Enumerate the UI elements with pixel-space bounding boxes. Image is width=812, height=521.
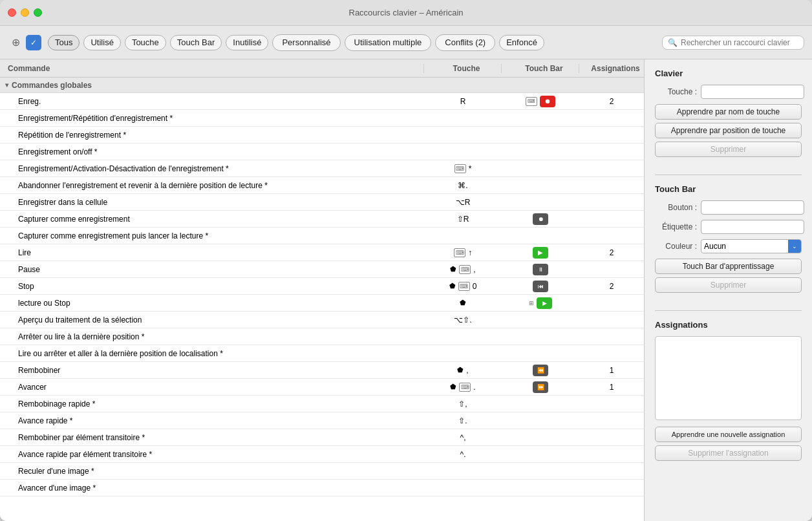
- keyboard-icon: ⌨: [459, 265, 471, 274]
- filter-conflits[interactable]: Conflits (2): [435, 34, 495, 51]
- table-row[interactable]: Rembobinage rapide * ⇧,: [0, 396, 644, 412]
- tb-rec-dot-icon: ⏺: [533, 213, 548, 225]
- table-row[interactable]: Stop ⬟ ⌨ 0 ⏮ 2: [0, 278, 644, 295]
- clavier-title: Clavier: [655, 69, 802, 78]
- tb-pause-icon: ⏸: [533, 264, 548, 275]
- row-touchbar: ⌨ ⏺: [502, 96, 579, 107]
- table-row[interactable]: Capturer comme enregistrement puis lance…: [0, 228, 644, 244]
- search-input[interactable]: [681, 38, 798, 47]
- table-row[interactable]: Pause ⬟ ⌨ , ⏸: [0, 261, 644, 278]
- filter-toggle-icon[interactable]: ✓: [26, 35, 41, 50]
- btn-supprimer-clavier[interactable]: Supprimer: [655, 142, 802, 157]
- group-header-globales[interactable]: ▾ Commandes globales: [0, 78, 644, 93]
- table-row[interactable]: Lire ou arrêter et aller à la dernière p…: [0, 345, 644, 362]
- filter-personnalise[interactable]: Personnalisé: [272, 34, 340, 51]
- clavier-section: Clavier Touche : Apprendre par nom de to…: [655, 69, 802, 160]
- btn-apprendre-position-row: Apprendre par position de touche: [655, 123, 802, 138]
- main-table-area: Commande Touche Touch Bar Assignations ▾…: [0, 59, 644, 521]
- table-row[interactable]: Répétition de l'enregistrement *: [0, 127, 644, 144]
- row-touche: ⌨ *: [424, 164, 502, 173]
- filter-utilisation-multiple[interactable]: Utilisation multiple: [345, 34, 432, 51]
- couleur-select[interactable]: Aucun ⌄: [701, 239, 802, 253]
- row-commande: Enregistrement on/off *: [0, 147, 424, 156]
- table-row[interactable]: Enreg. R ⌨ ⏺ 2: [0, 93, 644, 110]
- row-commande: Enregistrement/Activation-Désactivation …: [0, 164, 424, 173]
- row-commande: Stop: [0, 282, 424, 291]
- keyboard-icon: ⌨: [458, 282, 470, 291]
- group-header-label: Commandes globales: [12, 81, 92, 90]
- btn-apprendre-assignation[interactable]: Apprendre une nouvelle assignation: [655, 427, 802, 442]
- table-row[interactable]: Avance rapide * ⇧.: [0, 412, 644, 429]
- row-commande: Rembobinage rapide *: [0, 399, 424, 409]
- search-area[interactable]: 🔍: [662, 36, 804, 50]
- assignations-title: Assignations: [655, 320, 802, 330]
- maximize-button[interactable]: [34, 8, 42, 17]
- touche-label: Touche :: [655, 87, 697, 96]
- divider-1: [655, 175, 802, 175]
- table-row[interactable]: Rembobiner par élément transitoire * ^,: [0, 429, 644, 446]
- tb-play-icon: ▶: [533, 247, 548, 259]
- table-row[interactable]: Avancer ⬟ ⌨ . ⏩ 1: [0, 379, 644, 396]
- tb-fwd-icon: ⏩: [533, 381, 548, 393]
- table-row[interactable]: Enregistrement/Activation-Désactivation …: [0, 160, 644, 177]
- btn-supprimer-assignation-row: Supprimer l'assignation: [655, 445, 802, 461]
- btn-apprendre-nom[interactable]: Apprendre par nom de touche: [655, 104, 802, 120]
- row-commande: Aperçu du traitement de la sélection: [0, 315, 424, 324]
- btn-apprendre-position[interactable]: Apprendre par position de touche: [655, 123, 802, 138]
- table-row[interactable]: Avancer d'une image *: [0, 480, 644, 496]
- table-row[interactable]: Aperçu du traitement de la sélection ⌥⇧.: [0, 312, 644, 328]
- toolbar: ⊕ ✓ Tous Utilisé Touche Touch Bar Inutil…: [0, 26, 812, 59]
- btn-supprimer-clavier-row: Supprimer: [655, 142, 802, 157]
- right-panel: Clavier Touche : Apprendre par nom de to…: [644, 59, 812, 521]
- table-row[interactable]: Enregistrer dans la cellule ⌥R: [0, 194, 644, 211]
- table-row[interactable]: Avance rapide par élément transitoire * …: [0, 446, 644, 463]
- row-commande: Abandonner l'enregistrement et revenir à…: [0, 181, 424, 190]
- table-body: ▾ Commandes globales Enreg. R ⌨ ⏺ 2: [0, 78, 644, 521]
- th-touche: Touche: [424, 64, 502, 73]
- filter-inutilise[interactable]: Inutilisé: [226, 35, 268, 50]
- table-row[interactable]: Lire ⌨ ↑ ▶ 2: [0, 244, 644, 261]
- bouton-input[interactable]: [701, 200, 804, 215]
- chevron-down-icon: ▾: [5, 81, 8, 89]
- table-header: Commande Touche Touch Bar Assignations: [0, 59, 644, 78]
- row-commande: Arrêter ou lire à la dernière position *: [0, 332, 424, 341]
- row-commande: Enreg.: [0, 97, 424, 106]
- row-touchbar: ⏺: [502, 213, 579, 225]
- add-icon[interactable]: ⊕: [8, 35, 23, 50]
- btn-supprimer-assignation[interactable]: Supprimer l'assignation: [655, 445, 802, 461]
- btn-supprimer-touchbar-row: Supprimer: [655, 277, 802, 293]
- filter-tous[interactable]: Tous: [48, 35, 80, 50]
- row-touche: ^,: [424, 433, 502, 442]
- row-touche: ⌥⇧.: [424, 315, 502, 324]
- table-row[interactable]: Enregistrement on/off *: [0, 144, 644, 160]
- etiquette-input[interactable]: [701, 220, 804, 234]
- couleur-select-arrow[interactable]: ⌄: [788, 239, 801, 253]
- row-touche: ⬟: [424, 299, 502, 307]
- touche-input[interactable]: [701, 85, 804, 99]
- filter-touchbar[interactable]: Touch Bar: [170, 35, 222, 50]
- filter-utilise[interactable]: Utilisé: [83, 35, 120, 50]
- row-commande: Pause: [0, 265, 424, 274]
- filter-touche[interactable]: Touche: [125, 35, 166, 50]
- minimize-button[interactable]: [21, 8, 29, 17]
- table-row[interactable]: Reculer d'une image *: [0, 463, 644, 480]
- row-touche: ⬟ ⌨ 0: [424, 282, 502, 291]
- btn-touchbar-apprentissage[interactable]: Touch Bar d'apprentissage: [655, 259, 802, 274]
- table-row[interactable]: Rembobiner ⬟ , ⏪ 1: [0, 362, 644, 379]
- row-touche: ⌨ ↑: [424, 248, 502, 257]
- close-button[interactable]: [8, 8, 16, 17]
- filter-enfonce[interactable]: Enfoncé: [499, 35, 544, 50]
- table-row[interactable]: lecture ou Stop ⬟ ⊞ ▶: [0, 295, 644, 312]
- table-row[interactable]: Capturer comme enregistrement ⇧R ⏺: [0, 211, 644, 228]
- table-row[interactable]: Arrêter ou lire à la dernière position *: [0, 328, 644, 345]
- bouton-row: Bouton :: [655, 200, 802, 215]
- table-row[interactable]: Abandonner l'enregistrement et revenir à…: [0, 177, 644, 194]
- btn-supprimer-touchbar[interactable]: Supprimer: [655, 277, 802, 293]
- row-touche: ⇧R: [424, 215, 502, 224]
- row-commande: Répétition de l'enregistrement *: [0, 131, 424, 140]
- table-row[interactable]: Enregistrement/Répétition d'enregistreme…: [0, 110, 644, 127]
- row-touche: ⌘.: [424, 181, 502, 190]
- row-touche: ⌥R: [424, 198, 502, 207]
- btn-apprendre-assignation-row: Apprendre une nouvelle assignation: [655, 427, 802, 442]
- search-icon: 🔍: [668, 38, 678, 47]
